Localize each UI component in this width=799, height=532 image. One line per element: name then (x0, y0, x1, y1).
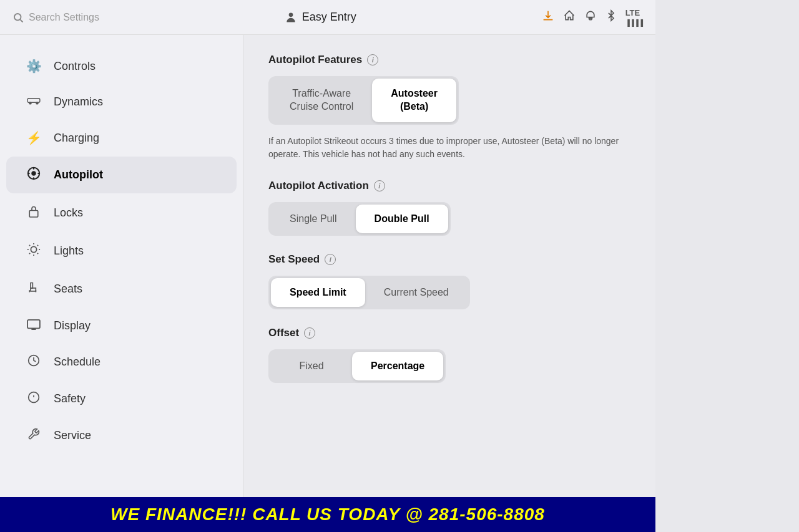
lte-icon: LTE▐▐▐▐ (625, 8, 643, 27)
svg-rect-22 (27, 320, 40, 329)
download-icon (542, 9, 554, 25)
sidebar-item-dynamics[interactable]: Dynamics (6, 85, 237, 119)
sidebar-label-seats: Seats (54, 283, 82, 296)
finance-banner: WE FINANCE!!! CALL US TODAY @ 281-506-88… (0, 497, 655, 532)
status-icons: LTE▐▐▐▐ (542, 8, 643, 27)
sidebar-label-autopilot: Autopilot (54, 168, 103, 181)
single-pull-button[interactable]: Single Pull (271, 205, 356, 233)
autopilot-features-info-icon[interactable]: i (367, 54, 378, 65)
autopilot-features-toggle: Traffic-Aware Cruise Control Autosteer (… (268, 76, 459, 125)
svg-rect-12 (29, 211, 38, 218)
sidebar-item-safety[interactable]: Safety (6, 381, 237, 417)
autopilot-activation-section: Autopilot Activation i Single Pull Doubl… (268, 180, 630, 236)
top-bar: Search Settings Easy Entry (0, 0, 655, 35)
main-layout: ⚙️ Controls Dynamics ⚡ Charging (0, 35, 655, 532)
autosteer-button[interactable]: Autosteer (Beta) (372, 79, 456, 122)
svg-point-5 (36, 102, 38, 104)
tacc-button[interactable]: Traffic-Aware Cruise Control (271, 79, 372, 122)
fixed-button[interactable]: Fixed (271, 352, 352, 380)
set-speed-section: Set Speed i Speed Limit Current Speed (268, 253, 630, 309)
schedule-icon (25, 354, 42, 370)
autopilot-activation-info-icon[interactable]: i (374, 180, 385, 191)
sidebar-label-controls: Controls (54, 60, 96, 73)
offset-info-icon[interactable]: i (304, 327, 315, 339)
sidebar-label-lights: Lights (54, 244, 84, 258)
svg-point-13 (31, 246, 36, 252)
easy-entry-section: Easy Entry (285, 11, 356, 24)
offset-title: Offset i (268, 327, 630, 339)
finance-banner-text: WE FINANCE!!! CALL US TODAY @ 281-506-88… (110, 505, 545, 524)
controls-icon: ⚙️ (25, 59, 42, 74)
sidebar-label-charging: Charging (54, 132, 99, 145)
autopilot-activation-toggle: Single Pull Double Pull (268, 202, 451, 236)
sidebar-item-charging[interactable]: ⚡ Charging (6, 120, 237, 155)
svg-line-20 (29, 253, 30, 254)
sidebar-label-schedule: Schedule (54, 355, 100, 369)
offset-section: Offset i Fixed Percentage (268, 327, 630, 383)
svg-line-1 (20, 19, 22, 22)
double-pull-button[interactable]: Double Pull (356, 205, 448, 233)
sidebar-item-schedule[interactable]: Schedule (6, 344, 237, 380)
sidebar-item-controls[interactable]: ⚙️ Controls (6, 49, 237, 84)
bell-icon (584, 9, 597, 25)
center-nav: Easy Entry (285, 11, 356, 24)
bluetooth-icon (605, 9, 617, 25)
speed-limit-button[interactable]: Speed Limit (271, 278, 365, 307)
sidebar-label-dynamics: Dynamics (54, 95, 103, 109)
offset-toggle: Fixed Percentage (268, 349, 446, 383)
sidebar-item-locks[interactable]: Locks (6, 195, 237, 231)
autopilot-features-section: Autopilot Features i Traffic-Aware Cruis… (268, 54, 630, 161)
set-speed-title: Set Speed i (268, 253, 630, 266)
content-area: Autopilot Features i Traffic-Aware Cruis… (243, 35, 655, 532)
set-speed-toggle: Speed Limit Current Speed (268, 276, 470, 309)
easy-entry-label: Easy Entry (302, 11, 356, 24)
autopilot-features-title: Autopilot Features i (268, 54, 630, 66)
svg-point-4 (29, 102, 31, 104)
autopilot-activation-title: Autopilot Activation i (268, 180, 630, 192)
service-icon (25, 428, 42, 443)
seats-icon (25, 281, 42, 297)
sidebar-item-service[interactable]: Service (6, 418, 237, 453)
autopilot-features-description: If an Autopilot Strikeout occurs 3 times… (268, 135, 630, 161)
home-icon (563, 9, 576, 25)
sidebar-item-seats[interactable]: Seats (6, 271, 237, 307)
sidebar-item-display[interactable]: Display (6, 309, 237, 343)
current-speed-button[interactable]: Current Speed (365, 278, 468, 307)
svg-line-17 (37, 253, 38, 254)
lights-icon (25, 243, 42, 259)
sidebar-label-locks: Locks (54, 206, 83, 220)
svg-line-16 (29, 245, 30, 246)
set-speed-info-icon[interactable]: i (325, 254, 336, 265)
svg-line-21 (37, 245, 38, 246)
svg-point-7 (32, 172, 36, 175)
safety-icon (25, 391, 42, 407)
svg-rect-3 (27, 99, 40, 103)
search-area[interactable]: Search Settings (12, 12, 99, 23)
sidebar-label-display: Display (54, 319, 91, 332)
sidebar-label-safety: Safety (54, 392, 86, 405)
search-placeholder: Search Settings (29, 12, 99, 23)
svg-point-2 (288, 12, 293, 17)
sidebar-item-lights[interactable]: Lights (6, 233, 237, 269)
svg-point-0 (14, 14, 21, 21)
autopilot-icon (25, 167, 42, 183)
sidebar: ⚙️ Controls Dynamics ⚡ Charging (0, 35, 243, 532)
person-icon (285, 11, 297, 24)
percentage-button[interactable]: Percentage (352, 352, 443, 380)
sidebar-item-autopilot[interactable]: Autopilot (6, 157, 237, 193)
sidebar-label-service: Service (54, 429, 91, 442)
charging-icon: ⚡ (25, 130, 42, 145)
dynamics-icon (25, 95, 42, 109)
display-icon (25, 319, 42, 333)
locks-icon (25, 205, 42, 221)
search-icon (12, 12, 24, 23)
